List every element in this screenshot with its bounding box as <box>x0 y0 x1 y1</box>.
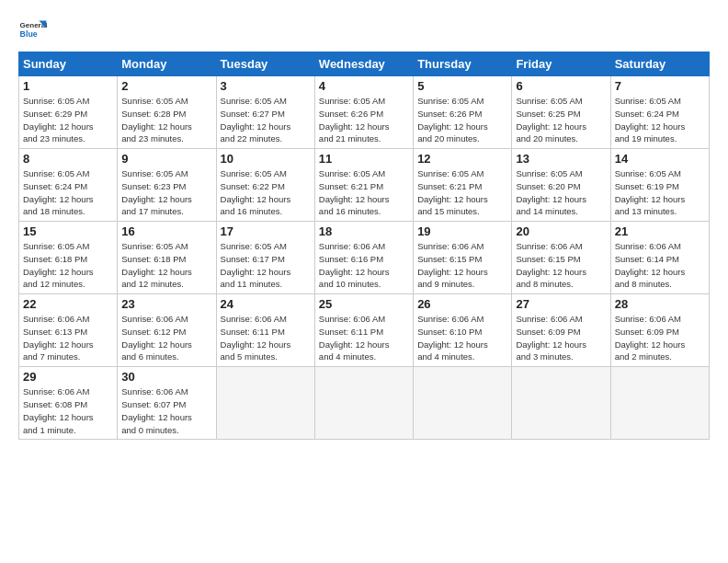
day-info: Sunrise: 6:06 AM Sunset: 6:10 PM Dayligh… <box>417 313 507 363</box>
day-info: Sunrise: 6:05 AM Sunset: 6:19 PM Dayligh… <box>615 167 705 218</box>
calendar-cell <box>314 367 413 440</box>
day-number: 17 <box>221 224 311 238</box>
day-info: Sunrise: 6:05 AM Sunset: 6:24 PM Dayligh… <box>23 167 113 218</box>
day-info: Sunrise: 6:06 AM Sunset: 6:11 PM Dayligh… <box>319 313 409 363</box>
calendar-cell: 6Sunrise: 6:05 AM Sunset: 6:25 PM Daylig… <box>512 76 610 149</box>
day-number: 24 <box>221 297 311 311</box>
day-info: Sunrise: 6:05 AM Sunset: 6:23 PM Dayligh… <box>121 167 211 218</box>
calendar-cell: 14Sunrise: 6:05 AM Sunset: 6:19 PM Dayli… <box>610 149 709 222</box>
day-info: Sunrise: 6:06 AM Sunset: 6:14 PM Dayligh… <box>615 240 705 291</box>
calendar-cell: 22Sunrise: 6:06 AM Sunset: 6:13 PM Dayli… <box>19 294 118 367</box>
col-header-friday: Friday <box>512 52 610 76</box>
calendar-cell: 30Sunrise: 6:06 AM Sunset: 6:07 PM Dayli… <box>118 367 216 440</box>
calendar-cell: 10Sunrise: 6:05 AM Sunset: 6:22 PM Dayli… <box>216 149 314 222</box>
calendar-cell <box>512 367 610 440</box>
day-number: 10 <box>221 152 311 166</box>
calendar-cell: 16Sunrise: 6:05 AM Sunset: 6:18 PM Dayli… <box>118 222 216 294</box>
calendar-row: 29Sunrise: 6:06 AM Sunset: 6:08 PM Dayli… <box>19 367 710 440</box>
day-number: 4 <box>319 79 409 93</box>
day-number: 12 <box>417 152 507 166</box>
day-info: Sunrise: 6:05 AM Sunset: 6:18 PM Dayligh… <box>23 240 113 291</box>
calendar-cell: 20Sunrise: 6:06 AM Sunset: 6:15 PM Dayli… <box>512 222 610 294</box>
day-number: 11 <box>319 152 409 166</box>
day-info: Sunrise: 6:05 AM Sunset: 6:20 PM Dayligh… <box>516 167 606 218</box>
day-info: Sunrise: 6:05 AM Sunset: 6:26 PM Dayligh… <box>417 95 507 145</box>
day-number: 20 <box>516 224 606 238</box>
day-number: 29 <box>23 370 113 384</box>
day-info: Sunrise: 6:06 AM Sunset: 6:15 PM Dayligh… <box>516 240 606 291</box>
calendar-cell: 4Sunrise: 6:05 AM Sunset: 6:26 PM Daylig… <box>314 76 413 149</box>
day-number: 3 <box>221 79 311 93</box>
calendar-cell: 12Sunrise: 6:05 AM Sunset: 6:21 PM Dayli… <box>414 149 512 222</box>
day-info: Sunrise: 6:06 AM Sunset: 6:08 PM Dayligh… <box>23 385 113 436</box>
calendar-cell: 1Sunrise: 6:05 AM Sunset: 6:29 PM Daylig… <box>19 76 118 149</box>
day-number: 7 <box>615 79 705 93</box>
day-number: 25 <box>319 297 409 311</box>
day-number: 13 <box>516 152 606 166</box>
day-info: Sunrise: 6:05 AM Sunset: 6:21 PM Dayligh… <box>417 167 507 218</box>
day-number: 15 <box>23 224 113 238</box>
day-info: Sunrise: 6:06 AM Sunset: 6:09 PM Dayligh… <box>615 313 705 363</box>
day-info: Sunrise: 6:05 AM Sunset: 6:24 PM Dayligh… <box>615 95 705 145</box>
calendar-cell <box>414 367 512 440</box>
calendar-row: 15Sunrise: 6:05 AM Sunset: 6:18 PM Dayli… <box>19 222 710 294</box>
col-header-thursday: Thursday <box>414 52 512 76</box>
calendar-row: 8Sunrise: 6:05 AM Sunset: 6:24 PM Daylig… <box>19 149 710 222</box>
day-info: Sunrise: 6:06 AM Sunset: 6:11 PM Dayligh… <box>221 313 311 363</box>
day-info: Sunrise: 6:05 AM Sunset: 6:28 PM Dayligh… <box>121 95 211 145</box>
day-info: Sunrise: 6:05 AM Sunset: 6:25 PM Dayligh… <box>516 95 606 145</box>
logo: General Blue <box>18 15 48 44</box>
calendar-cell <box>610 367 709 440</box>
calendar-cell: 7Sunrise: 6:05 AM Sunset: 6:24 PM Daylig… <box>610 76 709 149</box>
day-info: Sunrise: 6:06 AM Sunset: 6:12 PM Dayligh… <box>121 313 211 363</box>
calendar-cell: 2Sunrise: 6:05 AM Sunset: 6:28 PM Daylig… <box>118 76 216 149</box>
calendar-cell: 9Sunrise: 6:05 AM Sunset: 6:23 PM Daylig… <box>118 149 216 222</box>
calendar-cell: 8Sunrise: 6:05 AM Sunset: 6:24 PM Daylig… <box>19 149 118 222</box>
day-number: 27 <box>516 297 606 311</box>
calendar-cell <box>216 367 314 440</box>
day-info: Sunrise: 6:06 AM Sunset: 6:16 PM Dayligh… <box>319 240 409 291</box>
calendar-cell: 15Sunrise: 6:05 AM Sunset: 6:18 PM Dayli… <box>19 222 118 294</box>
col-header-saturday: Saturday <box>610 52 709 76</box>
calendar-cell: 21Sunrise: 6:06 AM Sunset: 6:14 PM Dayli… <box>610 222 709 294</box>
day-info: Sunrise: 6:05 AM Sunset: 6:17 PM Dayligh… <box>221 240 311 291</box>
day-number: 26 <box>417 297 507 311</box>
page: General Blue SundayMondayTuesdayWednesda… <box>0 0 728 454</box>
day-number: 2 <box>121 79 211 93</box>
day-number: 19 <box>417 224 507 238</box>
day-number: 9 <box>121 152 211 166</box>
calendar-cell: 27Sunrise: 6:06 AM Sunset: 6:09 PM Dayli… <box>512 294 610 367</box>
calendar-cell: 13Sunrise: 6:05 AM Sunset: 6:20 PM Dayli… <box>512 149 610 222</box>
day-number: 23 <box>121 297 211 311</box>
day-info: Sunrise: 6:05 AM Sunset: 6:18 PM Dayligh… <box>121 240 211 291</box>
day-info: Sunrise: 6:05 AM Sunset: 6:27 PM Dayligh… <box>221 95 311 145</box>
calendar-cell: 25Sunrise: 6:06 AM Sunset: 6:11 PM Dayli… <box>314 294 413 367</box>
calendar-cell: 11Sunrise: 6:05 AM Sunset: 6:21 PM Dayli… <box>314 149 413 222</box>
calendar-cell: 28Sunrise: 6:06 AM Sunset: 6:09 PM Dayli… <box>610 294 709 367</box>
calendar-cell: 5Sunrise: 6:05 AM Sunset: 6:26 PM Daylig… <box>414 76 512 149</box>
day-number: 28 <box>615 297 705 311</box>
day-number: 6 <box>516 79 606 93</box>
day-info: Sunrise: 6:06 AM Sunset: 6:13 PM Dayligh… <box>23 313 113 363</box>
day-number: 5 <box>417 79 507 93</box>
col-header-tuesday: Tuesday <box>216 52 314 76</box>
calendar-header-row: SundayMondayTuesdayWednesdayThursdayFrid… <box>19 52 710 76</box>
day-number: 1 <box>23 79 113 93</box>
calendar-row: 22Sunrise: 6:06 AM Sunset: 6:13 PM Dayli… <box>19 294 710 367</box>
col-header-wednesday: Wednesday <box>314 52 413 76</box>
calendar-cell: 17Sunrise: 6:05 AM Sunset: 6:17 PM Dayli… <box>216 222 314 294</box>
calendar-cell: 24Sunrise: 6:06 AM Sunset: 6:11 PM Dayli… <box>216 294 314 367</box>
day-number: 30 <box>121 370 211 384</box>
day-info: Sunrise: 6:05 AM Sunset: 6:21 PM Dayligh… <box>319 167 409 218</box>
calendar-cell: 18Sunrise: 6:06 AM Sunset: 6:16 PM Dayli… <box>314 222 413 294</box>
calendar-cell: 3Sunrise: 6:05 AM Sunset: 6:27 PM Daylig… <box>216 76 314 149</box>
calendar-cell: 26Sunrise: 6:06 AM Sunset: 6:10 PM Dayli… <box>414 294 512 367</box>
calendar-cell: 19Sunrise: 6:06 AM Sunset: 6:15 PM Dayli… <box>414 222 512 294</box>
day-number: 8 <box>23 152 113 166</box>
day-number: 18 <box>319 224 409 238</box>
col-header-sunday: Sunday <box>19 52 118 76</box>
day-number: 22 <box>23 297 113 311</box>
svg-text:Blue: Blue <box>20 29 38 39</box>
calendar-table: SundayMondayTuesdayWednesdayThursdayFrid… <box>18 52 710 440</box>
day-info: Sunrise: 6:06 AM Sunset: 6:09 PM Dayligh… <box>516 313 606 363</box>
